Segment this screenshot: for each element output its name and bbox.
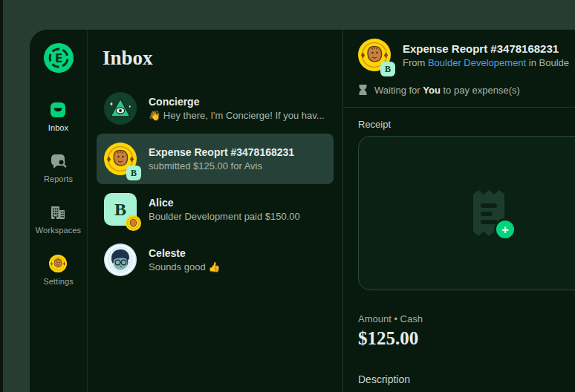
workspace-b-badge: B: [126, 166, 141, 180]
header-divider: [343, 107, 575, 108]
sidebar-item-reports[interactable]: Reports: [44, 152, 73, 183]
screen-edge-strip: [0, 0, 3, 392]
workspace-link[interactable]: Boulder Developement: [428, 57, 526, 68]
sidebar-item-label: Settings: [43, 277, 74, 286]
status-row: Waiting for You to pay expense(s): [358, 84, 575, 96]
sidebar-item-label: Reports: [44, 174, 73, 183]
receipt-label: Receipt: [358, 119, 575, 130]
concierge-pyramid-avatar: [104, 92, 137, 125]
sidebar: E Inbox Reports: [30, 30, 88, 392]
amount-label: Amount • Cash: [358, 313, 575, 324]
coin-avatar: B: [104, 143, 137, 175]
workspace-b-badge: B: [380, 62, 395, 76]
chat-preview: Boulder Development paid $150.00: [149, 211, 300, 222]
celeste-portrait-avatar: [104, 244, 137, 276]
sidebar-item-settings[interactable]: Settings: [43, 255, 74, 286]
receipt-icon: +: [472, 189, 506, 238]
page-title: Inbox: [103, 45, 334, 71]
profile-coin-avatar-icon: [49, 255, 67, 272]
detail-header[interactable]: B Expense Reoprt #3478168231 From Boulde…: [358, 39, 575, 71]
inbox-tray-icon: [49, 101, 67, 119]
chat-row-concierge[interactable]: Concierge 👋 Hey there, I'm Concierge! If…: [97, 83, 334, 134]
expensify-logo-icon: E: [44, 43, 74, 73]
app-window: E Inbox Reports: [30, 30, 575, 392]
chat-name: Alice: [149, 197, 300, 209]
amount-value: $125.00: [358, 328, 575, 349]
coin-badge-icon: [126, 215, 141, 231]
coin-avatar: B: [358, 39, 391, 71]
description-label: Description: [358, 373, 575, 385]
workspace-b-avatar: B: [104, 193, 137, 226]
report-title: Expense Reoprt #3478168231: [403, 42, 575, 55]
sidebar-item-inbox[interactable]: Inbox: [48, 101, 68, 132]
expensify-logo[interactable]: E: [44, 43, 74, 73]
hourglass-icon: [358, 84, 368, 96]
expense-detail-panel: B Expense Reoprt #3478168231 From Boulde…: [343, 30, 575, 392]
sidebar-item-label: Workspaces: [36, 226, 81, 235]
chat-row-celeste[interactable]: Celeste Sounds good 👍: [97, 235, 334, 285]
plus-icon: +: [501, 223, 509, 236]
chat-preview: 👋 Hey there, I'm Concierge! If you hav..…: [149, 110, 325, 121]
svg-text:E: E: [54, 52, 62, 65]
chat-search-icon: [50, 152, 68, 170]
buildings-icon: [49, 203, 67, 221]
chat-name: Expense Reoprt #3478168231: [149, 146, 294, 158]
chat-row-alice[interactable]: B Alice Boulder Development paid $150.00: [97, 184, 334, 235]
sidebar-item-label: Inbox: [48, 123, 68, 132]
chat-preview: Sounds good 👍: [149, 261, 220, 272]
chat-name: Celeste: [149, 247, 220, 259]
chat-row-expense-report[interactable]: B Expense Reoprt #3478168231 submitted $…: [97, 134, 334, 184]
add-receipt-button[interactable]: +: [494, 218, 516, 241]
receipt-upload-area[interactable]: +: [358, 136, 575, 290]
status-text: Waiting for You to pay expense(s): [374, 85, 520, 96]
sidebar-item-workspaces[interactable]: Workspaces: [36, 203, 81, 235]
chat-preview: submitted $125.00 for Avis: [149, 160, 294, 172]
chat-name: Concierge: [149, 96, 325, 108]
inbox-panel: Inbox Concierge 👋 Hey there, I'm Concier…: [88, 30, 343, 392]
report-subtitle: From Boulder Developement in Boulde: [403, 57, 575, 68]
